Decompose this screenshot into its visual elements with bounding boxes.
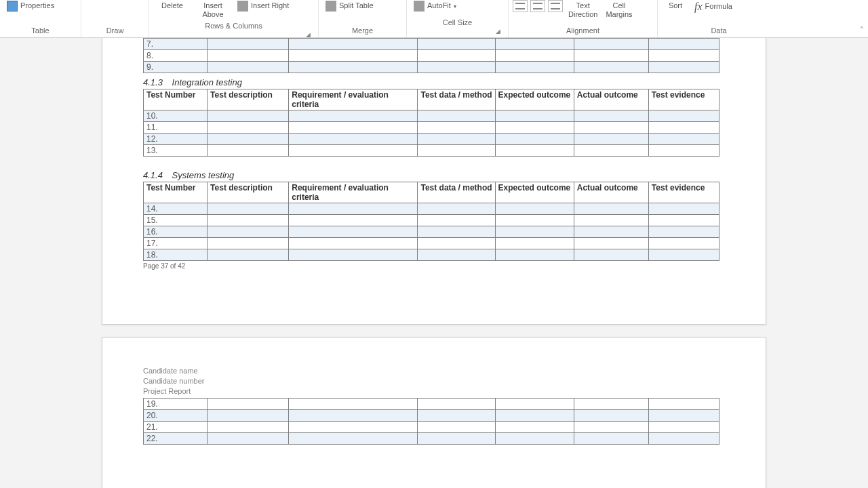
table-integration-testing[interactable]: Test NumberTest descriptionRequirement /… — [143, 89, 719, 157]
table-row[interactable]: 18. — [144, 249, 719, 261]
table-systems-testing[interactable]: Test NumberTest descriptionRequirement /… — [143, 182, 719, 261]
table-cell[interactable] — [208, 238, 289, 249]
table-row[interactable]: 8. — [144, 50, 719, 62]
table-cell[interactable] — [648, 203, 719, 215]
row-number-cell[interactable]: 10. — [144, 110, 208, 122]
table-cell[interactable] — [495, 226, 574, 238]
insert-above-button[interactable]: Insert Above — [194, 0, 232, 20]
table-systems-testing-cont[interactable]: 19. 20. 21. 22. — [143, 398, 719, 445]
table-row[interactable]: 7. — [144, 39, 719, 50]
table-cell[interactable] — [495, 110, 574, 122]
table-row[interactable]: 20. — [144, 410, 719, 422]
table-cell[interactable] — [574, 399, 648, 410]
cell-size-dialog-launcher[interactable]: ◢ — [496, 28, 504, 36]
table-cell[interactable] — [495, 422, 574, 433]
table-cell[interactable] — [289, 39, 418, 50]
table-cell[interactable] — [648, 50, 719, 62]
table-cell[interactable] — [289, 134, 418, 145]
table-row[interactable]: 9. — [144, 62, 719, 73]
row-number-cell[interactable]: 14. — [144, 203, 208, 215]
table-row[interactable]: 13. — [144, 145, 719, 157]
table-cell[interactable] — [574, 215, 648, 226]
table-cell[interactable] — [495, 433, 574, 445]
table-cell[interactable] — [495, 122, 574, 134]
table-cell[interactable] — [208, 203, 289, 215]
table-row[interactable]: 10. — [144, 110, 719, 122]
row-number-cell[interactable]: 18. — [144, 249, 208, 261]
table-cell[interactable] — [289, 215, 418, 226]
table-cell[interactable] — [495, 50, 574, 62]
table-cell[interactable] — [418, 422, 495, 433]
row-number-cell[interactable]: 8. — [144, 50, 208, 62]
table-cell[interactable] — [208, 122, 289, 134]
table-cell[interactable] — [648, 249, 719, 261]
table-cell[interactable] — [289, 62, 418, 73]
table-cell[interactable] — [289, 122, 418, 134]
table-cell[interactable] — [495, 62, 574, 73]
table-cell[interactable] — [495, 399, 574, 410]
table-cell[interactable] — [418, 433, 495, 445]
table-cell[interactable] — [648, 62, 719, 73]
table-cell[interactable] — [495, 249, 574, 261]
formula-button[interactable]: fx Formula — [692, 0, 735, 14]
row-number-cell[interactable]: 21. — [144, 422, 208, 433]
table-cell[interactable] — [648, 399, 719, 410]
table-cell[interactable] — [418, 399, 495, 410]
alignment-grid[interactable] — [513, 0, 563, 12]
table-cell[interactable] — [208, 50, 289, 62]
table-cell[interactable] — [574, 433, 648, 445]
table-cell[interactable] — [208, 249, 289, 261]
table-cell[interactable] — [208, 399, 289, 410]
table-cell[interactable] — [208, 226, 289, 238]
table-cell[interactable] — [208, 215, 289, 226]
table-cell[interactable] — [574, 62, 648, 73]
rows-cols-dialog-launcher[interactable]: ◢ — [306, 31, 314, 38]
properties-button[interactable]: Properties — [4, 0, 57, 12]
document-scroll-area[interactable]: 7. 8. 9. 4.1.3 Integration testing Test … — [0, 38, 868, 488]
table-cell[interactable] — [418, 145, 495, 157]
sort-button[interactable]: Sort — [662, 0, 689, 12]
row-number-cell[interactable]: 9. — [144, 62, 208, 73]
table-cell[interactable] — [289, 249, 418, 261]
table-cell[interactable] — [648, 134, 719, 145]
row-number-cell[interactable]: 15. — [144, 215, 208, 226]
row-number-cell[interactable]: 22. — [144, 433, 208, 445]
table-cell[interactable] — [574, 39, 648, 50]
table-cell[interactable] — [574, 145, 648, 157]
table-cell[interactable] — [208, 62, 289, 73]
table-cell[interactable] — [418, 203, 495, 215]
table-cell[interactable] — [574, 226, 648, 238]
table-row[interactable]: 14. — [144, 203, 719, 215]
autofit-button[interactable]: AutoFit ▾ — [411, 0, 459, 12]
table-cell[interactable] — [418, 215, 495, 226]
table-cell[interactable] — [648, 39, 719, 50]
table-cell[interactable] — [648, 122, 719, 134]
table-cell[interactable] — [495, 238, 574, 249]
table-cell[interactable] — [574, 122, 648, 134]
table-cell[interactable] — [574, 134, 648, 145]
table-cell[interactable] — [418, 249, 495, 261]
table-cell[interactable] — [495, 410, 574, 422]
table-cell[interactable] — [495, 203, 574, 215]
table-cell[interactable] — [418, 122, 495, 134]
align-center-icon[interactable] — [530, 0, 545, 12]
table-row[interactable]: 12. — [144, 134, 719, 145]
table-prior-tail[interactable]: 7. 8. 9. — [143, 38, 719, 73]
row-number-cell[interactable]: 12. — [144, 134, 208, 145]
table-cell[interactable] — [648, 110, 719, 122]
table-row[interactable]: 15. — [144, 215, 719, 226]
table-cell[interactable] — [208, 422, 289, 433]
row-number-cell[interactable]: 11. — [144, 122, 208, 134]
insert-right-button[interactable]: Insert Right — [235, 0, 292, 12]
table-cell[interactable] — [648, 215, 719, 226]
table-cell[interactable] — [418, 410, 495, 422]
table-cell[interactable] — [574, 410, 648, 422]
table-cell[interactable] — [648, 422, 719, 433]
table-cell[interactable] — [574, 249, 648, 261]
delete-button[interactable]: Delete — [153, 0, 191, 12]
table-cell[interactable] — [574, 422, 648, 433]
cell-margins-button[interactable]: Cell Margins — [603, 0, 635, 20]
table-cell[interactable] — [418, 226, 495, 238]
row-number-cell[interactable]: 13. — [144, 145, 208, 157]
table-cell[interactable] — [208, 134, 289, 145]
